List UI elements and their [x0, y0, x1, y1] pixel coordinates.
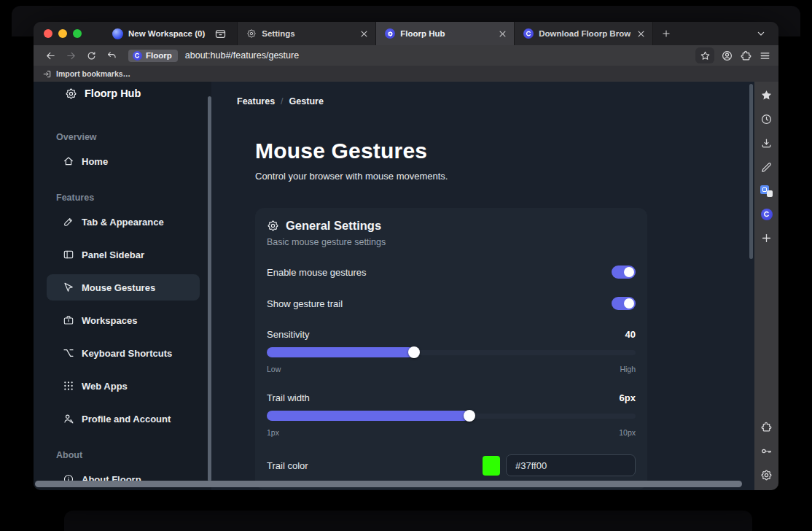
enable-gestures-row: Enable mouse gestures [267, 266, 636, 279]
show-trail-toggle[interactable] [612, 297, 636, 310]
sensitivity-slider-group: Sensitivity 40 Low High [267, 329, 636, 373]
sidebar-item-panel-sidebar[interactable]: Panel Sidebar [47, 241, 200, 268]
breadcrumb-current: Gesture [289, 96, 324, 106]
navigation-toolbar: Floorp about:hub#/features/gesture [34, 45, 778, 66]
toolbar-right-buttons [695, 47, 771, 63]
tab-download-floorp[interactable]: Download Floorp Browser [514, 22, 652, 45]
main-page: Features / Gesture Mouse Gestures Contro… [211, 82, 754, 490]
briefcase-icon [63, 314, 74, 326]
close-window-button[interactable] [44, 29, 52, 38]
sidebar-item-mouse-gestures[interactable]: Mouse Gestures [47, 274, 200, 301]
close-tab-icon[interactable] [636, 28, 647, 39]
sidebar-item-profile-account[interactable]: Profile and Account [47, 406, 200, 432]
add-panel-icon[interactable] [760, 232, 773, 244]
color-swatch[interactable] [483, 456, 500, 476]
page-scrollbar[interactable] [749, 84, 753, 259]
star-icon [700, 50, 711, 61]
trail-width-slider[interactable] [267, 411, 636, 421]
floorp-panel-icon[interactable] [761, 209, 773, 220]
show-trail-row: Show gesture trail [267, 297, 636, 310]
translate-panel-icon[interactable] [760, 185, 773, 197]
site-chip-label: Floorp [146, 51, 172, 60]
reload-icon [86, 50, 97, 61]
site-identity-chip[interactable]: Floorp [128, 50, 178, 62]
plus-icon [661, 28, 671, 39]
card-subtitle: Basic mouse gesture settings [267, 237, 636, 247]
sidebar-item-label: Panel Sidebar [82, 249, 144, 260]
sidebar-item-web-apps[interactable]: Web Apps [47, 373, 200, 399]
breadcrumb-parent[interactable]: Features [237, 96, 275, 106]
zoom-window-button[interactable] [73, 29, 82, 38]
browser-window: New Workspace (0) Settings Floorp Hub Do… [34, 22, 778, 490]
window-controls [34, 22, 96, 45]
trail-color-label: Trail color [267, 460, 308, 471]
panel-icon [63, 249, 74, 260]
back-icon [45, 50, 56, 61]
sidebar-item-workspaces[interactable]: Workspaces [47, 307, 200, 333]
toggle-knob [624, 298, 634, 309]
breadcrumb-separator: / [281, 96, 283, 106]
import-bookmarks-button[interactable]: Import bookmarks… [56, 69, 130, 78]
close-tab-icon[interactable] [497, 28, 508, 39]
notes-panel-icon[interactable] [760, 161, 773, 174]
tab-label: Settings [262, 29, 354, 38]
trail-width-value: 6px [620, 392, 636, 403]
sidebar-item-label: Keyboard Shortcuts [82, 348, 172, 359]
color-hex-input[interactable] [506, 454, 636, 476]
passwords-panel-icon[interactable] [760, 445, 773, 457]
forward-button[interactable] [61, 47, 80, 63]
undo-button[interactable] [102, 47, 121, 63]
slider-thumb[interactable] [464, 410, 475, 422]
home-icon [63, 155, 74, 167]
extensions-button[interactable] [740, 50, 752, 62]
hub-sidebar: Floorp Hub Overview Home Features Tab & … [34, 82, 211, 490]
workspace-manage-icon[interactable] [214, 28, 227, 40]
slider-max-label: 10px [619, 428, 636, 437]
sidebar-item-home[interactable]: Home [47, 148, 200, 174]
gear-icon [65, 88, 77, 100]
sidebar-item-label: Web Apps [82, 381, 128, 392]
sensitivity-slider[interactable] [267, 347, 636, 357]
back-button[interactable] [41, 47, 60, 63]
user-key-icon [63, 413, 74, 425]
url-bar[interactable]: Floorp about:hub#/features/gesture [128, 47, 691, 63]
sidebar-item-label: Mouse Gestures [82, 282, 155, 293]
bookmark-star-button[interactable] [695, 47, 714, 63]
sidebar-item-keyboard-shortcuts[interactable]: Keyboard Shortcuts [47, 340, 200, 366]
bookmarks-bar: Import bookmarks… [34, 66, 778, 82]
close-tab-icon[interactable] [359, 28, 370, 39]
reload-button[interactable] [82, 47, 101, 63]
cursor-icon [63, 282, 74, 293]
menu-button[interactable] [759, 50, 771, 62]
sidebar-item-tab-appearance[interactable]: Tab & Appearance [47, 209, 200, 235]
sidebar-item-label: Home [82, 156, 108, 167]
extensions-panel-icon[interactable] [760, 421, 773, 433]
tab-settings[interactable]: Settings [237, 22, 375, 45]
slider-thumb[interactable] [408, 346, 420, 358]
sensitivity-value: 40 [625, 329, 636, 340]
settings-panel-icon[interactable] [760, 469, 773, 481]
horizontal-scrollbar[interactable] [35, 481, 742, 487]
section-label-about: About [56, 450, 211, 460]
hub-title: Floorp Hub [85, 88, 141, 99]
sensitivity-label: Sensitivity [267, 329, 310, 340]
enable-gestures-toggle[interactable] [612, 266, 636, 279]
workspace-switcher[interactable]: New Workspace (0) [96, 22, 237, 45]
page-subtitle: Control your browser with mouse movement… [255, 171, 754, 182]
minimize-window-button[interactable] [58, 29, 67, 38]
tab-label: Floorp Hub [400, 29, 492, 38]
history-panel-icon[interactable] [760, 113, 773, 125]
slider-min-label: Low [267, 365, 281, 373]
tab-floorp-hub[interactable]: Floorp Hub [375, 22, 514, 45]
downloads-panel-icon[interactable] [760, 137, 773, 150]
option-key-icon [63, 347, 74, 359]
new-tab-button[interactable] [652, 22, 679, 45]
slider-fill [267, 411, 469, 421]
trail-width-label: Trail width [267, 392, 310, 403]
bookmarks-panel-icon[interactable] [760, 89, 773, 101]
list-all-tabs-button[interactable] [755, 28, 767, 39]
forward-icon [66, 50, 77, 61]
show-trail-label: Show gesture trail [267, 298, 343, 309]
account-button[interactable] [721, 50, 733, 62]
workspace-icon [112, 28, 123, 39]
